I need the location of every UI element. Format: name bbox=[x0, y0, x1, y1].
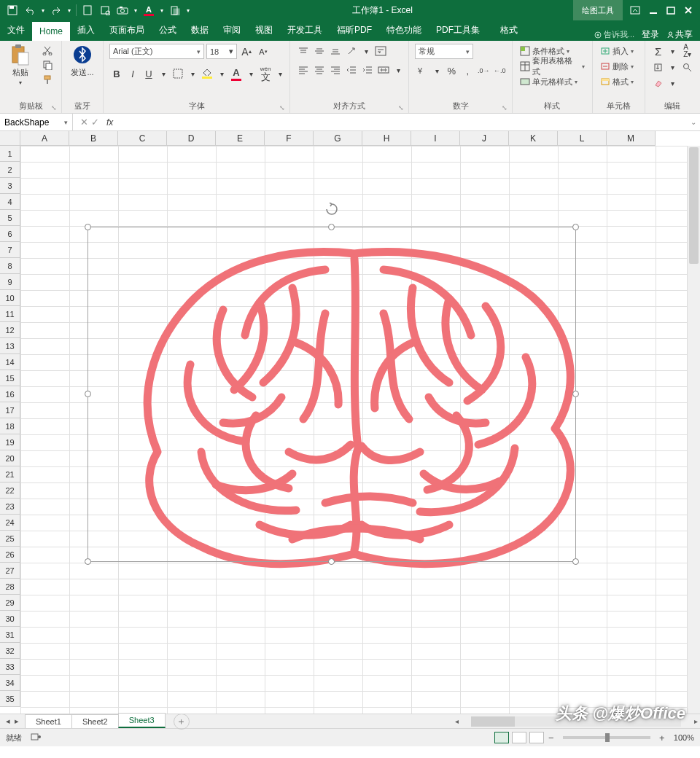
align-center-icon[interactable] bbox=[312, 63, 327, 77]
clear-dropdown[interactable]: ▾ bbox=[667, 76, 679, 90]
undo-dropdown[interactable]: ▾ bbox=[39, 2, 47, 18]
tab-format[interactable]: 格式 bbox=[493, 20, 525, 41]
tab-view[interactable]: 视图 bbox=[248, 20, 280, 41]
tab-insert[interactable]: 插入 bbox=[70, 20, 102, 41]
alignment-dialog-launcher[interactable]: ⤡ bbox=[398, 104, 404, 112]
column-headers[interactable]: ABCDEFGHIJKLM bbox=[20, 131, 656, 146]
delete-cells-button[interactable]: 删除▾ bbox=[599, 59, 635, 74]
paste-qat-icon[interactable] bbox=[167, 2, 183, 18]
accounting-format-icon[interactable]: ¥ bbox=[415, 63, 429, 78]
border-button[interactable] bbox=[171, 66, 185, 81]
fill-icon[interactable] bbox=[651, 60, 666, 74]
font-color-button[interactable]: A bbox=[229, 66, 244, 81]
orientation-dropdown[interactable]: ▾ bbox=[360, 44, 372, 58]
name-box[interactable]: BackShape▾ bbox=[0, 114, 73, 130]
resize-handle-ne[interactable] bbox=[572, 224, 579, 230]
align-bottom-icon[interactable] bbox=[328, 44, 343, 58]
new-sheet-button[interactable]: ＋ bbox=[174, 714, 190, 730]
fill-color-button[interactable] bbox=[200, 66, 214, 81]
row-header[interactable]: 22 bbox=[0, 482, 20, 499]
row-header[interactable]: 32 bbox=[0, 643, 20, 659]
underline-button[interactable]: U bbox=[141, 66, 156, 81]
row-header[interactable]: 29 bbox=[0, 595, 20, 611]
row-header[interactable]: 8 bbox=[0, 258, 20, 274]
font-color-dropdown[interactable]: ▾ bbox=[245, 66, 257, 81]
cut-icon[interactable] bbox=[39, 44, 55, 57]
resize-handle-sw[interactable] bbox=[85, 558, 91, 565]
number-format-select[interactable]: 常规▾ bbox=[415, 44, 473, 59]
sheet-tab-2[interactable]: Sheet2 bbox=[71, 714, 119, 728]
tab-special[interactable]: 特色功能 bbox=[379, 20, 429, 41]
column-header[interactable]: J bbox=[460, 131, 509, 146]
wrap-text-icon[interactable] bbox=[373, 44, 388, 58]
zoom-out-button[interactable]: − bbox=[547, 732, 556, 743]
autosum-dropdown[interactable]: ▾ bbox=[667, 44, 679, 58]
font-dialog-launcher[interactable]: ⤡ bbox=[279, 104, 285, 112]
row-header[interactable]: 6 bbox=[0, 226, 20, 242]
row-header[interactable]: 16 bbox=[0, 386, 20, 402]
font-color-qat-dropdown[interactable]: ▾ bbox=[158, 2, 166, 18]
tell-me[interactable]: 告诉我... bbox=[594, 29, 634, 40]
row-header[interactable]: 35 bbox=[0, 691, 20, 707]
tab-file[interactable]: 文件 bbox=[0, 20, 32, 41]
column-header[interactable]: F bbox=[265, 131, 314, 146]
resize-handle-w[interactable] bbox=[85, 391, 91, 397]
sort-filter-icon[interactable]: AZ▾ bbox=[680, 44, 695, 58]
print-preview-icon[interactable] bbox=[97, 2, 113, 18]
share-button[interactable]: 共享 bbox=[666, 28, 693, 41]
align-top-icon[interactable] bbox=[296, 44, 311, 58]
clear-icon[interactable] bbox=[651, 76, 666, 90]
expand-formula-bar-icon[interactable]: ⌄ bbox=[687, 118, 700, 126]
row-header[interactable]: 30 bbox=[0, 611, 20, 627]
tab-developer[interactable]: 开发工具 bbox=[280, 20, 330, 41]
sheet-nav-prev-icon[interactable]: ◂ bbox=[6, 716, 10, 726]
tab-data[interactable]: 数据 bbox=[184, 20, 216, 41]
view-page-break-icon[interactable] bbox=[529, 732, 544, 743]
row-header[interactable]: 34 bbox=[0, 675, 20, 691]
insert-cells-button[interactable]: 插入▾ bbox=[599, 44, 635, 58]
column-header[interactable]: B bbox=[69, 131, 118, 146]
increase-decimal-icon[interactable]: .0→ bbox=[476, 63, 491, 78]
fill-color-dropdown[interactable]: ▾ bbox=[216, 66, 228, 81]
ribbon-display-icon[interactable] bbox=[630, 6, 640, 15]
enter-formula-icon[interactable]: ✓ bbox=[91, 117, 99, 128]
column-header[interactable]: I bbox=[411, 131, 460, 146]
row-header[interactable]: 20 bbox=[0, 450, 20, 466]
row-header[interactable]: 26 bbox=[0, 547, 20, 563]
row-header[interactable]: 33 bbox=[0, 659, 20, 675]
camera-icon[interactable] bbox=[114, 2, 131, 18]
tab-foxit-pdf[interactable]: 福昕PDF bbox=[330, 20, 379, 41]
clipboard-dialog-launcher[interactable]: ⤡ bbox=[51, 104, 57, 112]
row-header[interactable]: 7 bbox=[0, 242, 20, 258]
row-header[interactable]: 24 bbox=[0, 515, 20, 531]
sheet-tab-1[interactable]: Sheet1 bbox=[25, 714, 72, 728]
decrease-font-icon[interactable]: A▾ bbox=[256, 44, 271, 59]
resize-handle-e[interactable] bbox=[572, 391, 579, 397]
zoom-in-button[interactable]: + bbox=[658, 732, 666, 743]
increase-indent-icon[interactable] bbox=[360, 63, 375, 77]
phonetic-button[interactable]: wén文 bbox=[258, 66, 273, 81]
zoom-slider[interactable] bbox=[563, 736, 650, 739]
row-header[interactable]: 3 bbox=[0, 178, 20, 194]
row-headers[interactable]: 1234567891011121314151617181920212223242… bbox=[0, 146, 20, 707]
cancel-formula-icon[interactable]: ✕ bbox=[80, 117, 88, 128]
border-dropdown[interactable]: ▾ bbox=[187, 66, 198, 81]
bluetooth-send-button[interactable]: 发送... bbox=[68, 44, 97, 78]
decrease-indent-icon[interactable] bbox=[344, 63, 359, 77]
new-file-icon[interactable] bbox=[79, 2, 96, 18]
merge-dropdown[interactable]: ▾ bbox=[392, 63, 404, 77]
format-painter-icon[interactable] bbox=[39, 73, 55, 86]
row-header[interactable]: 4 bbox=[0, 194, 20, 210]
align-middle-icon[interactable] bbox=[312, 44, 327, 58]
accounting-dropdown[interactable]: ▾ bbox=[431, 63, 443, 78]
tab-pdf-tools[interactable]: PDF工具集 bbox=[429, 20, 487, 41]
row-header[interactable]: 11 bbox=[0, 306, 20, 322]
format-as-table-button[interactable]: 套用表格格式▾ bbox=[518, 59, 586, 74]
column-header[interactable]: E bbox=[216, 131, 265, 146]
view-page-layout-icon[interactable] bbox=[512, 732, 526, 743]
align-left-icon[interactable] bbox=[296, 63, 311, 77]
underline-dropdown[interactable]: ▾ bbox=[158, 66, 169, 81]
row-header[interactable]: 25 bbox=[0, 531, 20, 547]
number-dialog-launcher[interactable]: ⤡ bbox=[502, 104, 508, 112]
close-icon[interactable] bbox=[684, 6, 693, 15]
